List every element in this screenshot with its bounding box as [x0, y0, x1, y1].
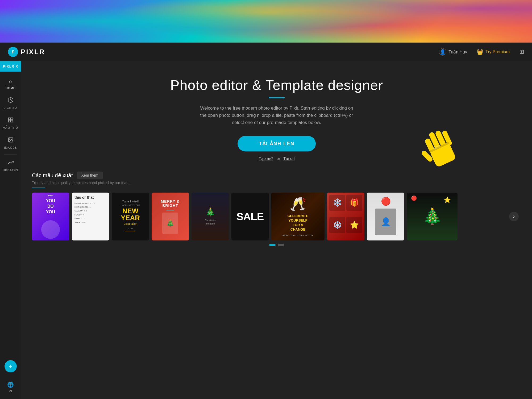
templates-title: Các mẫu đề xuất: [32, 172, 73, 178]
svg-point-1: [13, 51, 14, 52]
updates-icon: [8, 160, 14, 167]
sidebar-item-images[interactable]: IMAGES: [0, 133, 21, 153]
upload-button[interactable]: TẢI ẢNH LÊN: [238, 136, 316, 151]
sidebar: PIXLR X ⌂ HOME LỊCH SỬ MẪU THỬ: [0, 61, 21, 399]
sidebar-updates-label: UPDATES: [3, 169, 18, 172]
sidebar-home-label: HOME: [6, 86, 15, 90]
content-area: Photo editor & Template designer Welcome…: [21, 61, 532, 399]
user-avatar-icon: 👤: [439, 48, 446, 56]
templates-section: Các mẫu đề xuất Xem thêm Trendy and high…: [21, 172, 532, 246]
history-icon: [8, 97, 14, 105]
sidebar-item-templates[interactable]: MẪU THỬ: [0, 113, 21, 133]
pagination-dots: [32, 244, 521, 246]
logo-icon: [8, 47, 18, 57]
globe-icon: 🌐: [7, 381, 14, 388]
pagination-dot-1[interactable]: [269, 244, 276, 246]
hero-section: Photo editor & Template designer Welcome…: [21, 61, 532, 172]
top-banner: [0, 0, 532, 43]
user-name-label: Tuấn Huy: [448, 49, 467, 55]
sidebar-item-updates[interactable]: UPDATES: [0, 156, 21, 176]
navbar-right: 👤 Tuấn Huy 👑 Try Premium ⊞: [439, 47, 524, 57]
template-card-9[interactable]: 🔴 👤: [367, 193, 404, 240]
images-icon: [8, 137, 14, 144]
template-card-7[interactable]: 🥂 CELEBRATEYOURSELFFOR ACHANGE NEW YEAR …: [271, 193, 325, 240]
sidebar-images-label: IMAGES: [4, 146, 17, 149]
template-card-4[interactable]: MERRY & BRIGHT 🎄: [152, 193, 189, 240]
pixlr-logo: PIXLR: [8, 47, 45, 57]
see-more-button[interactable]: Xem thêm: [77, 172, 103, 179]
svg-rect-5: [8, 120, 10, 122]
template-card-1[interactable]: THIS YOUDOYOU: [32, 193, 69, 240]
svg-point-8: [9, 139, 10, 139]
template-card-8[interactable]: ❄️ 🎁 ❄️ ⭐: [327, 193, 364, 240]
crown-icon: 👑: [477, 49, 483, 55]
try-premium-label: Try Premium: [485, 49, 510, 54]
template-card-3[interactable]: You're Invited! HAPPY NEW YEAR NEWYEAR C…: [112, 193, 149, 240]
lang-item[interactable]: 🌐 VI: [0, 378, 21, 396]
action-links: Tạo mới or Tải url: [32, 156, 521, 161]
svg-rect-4: [11, 118, 13, 120]
template-card-5[interactable]: 🎄 Christmastemplate: [192, 193, 229, 240]
home-icon: ⌂: [9, 78, 12, 85]
templates-underline: [32, 188, 45, 188]
navbar: PIXLR 👤 Tuấn Huy 👑 Try Premium ⊞: [0, 43, 532, 61]
url-link[interactable]: Tải url: [283, 156, 294, 161]
grid-icon[interactable]: ⊞: [519, 48, 524, 55]
hero-title-underline: [269, 97, 285, 98]
template-card-2[interactable]: this or that FASHION STYLE ○ ○ HAIR COLO…: [72, 193, 109, 240]
main-layout: PIXLR X ⌂ HOME LỊCH SỬ MẪU THỬ: [0, 61, 532, 399]
templates-grid: THIS YOUDOYOU this or that FASHION STYLE…: [32, 193, 521, 240]
sidebar-item-history[interactable]: LỊCH SỬ: [0, 93, 21, 113]
sidebar-divider: [4, 154, 17, 155]
hero-title: Photo editor & Template designer: [32, 77, 521, 93]
create-link[interactable]: Tạo mới: [259, 156, 273, 161]
hero-subtitle: Welcome to the free modern photo editor …: [197, 105, 356, 126]
sidebar-history-label: LỊCH SỬ: [4, 106, 17, 110]
template-card-10[interactable]: 🎄 ⭐ 🔴: [407, 193, 458, 240]
sidebar-item-home[interactable]: ⌂ HOME: [0, 74, 21, 93]
try-premium-button[interactable]: 👑 Try Premium: [473, 47, 513, 57]
templates-carousel-wrapper: THIS YOUDOYOU this or that FASHION STYLE…: [32, 193, 521, 240]
user-info[interactable]: 👤 Tuấn Huy: [439, 48, 467, 56]
carousel-next-button[interactable]: ›: [509, 212, 519, 221]
template-card-6[interactable]: SALE: [231, 193, 269, 240]
svg-rect-3: [8, 118, 10, 120]
templates-header: Các mẫu đề xuất Xem thêm: [32, 172, 521, 179]
svg-rect-6: [11, 120, 13, 122]
add-button[interactable]: +: [5, 360, 17, 372]
pagination-dot-2[interactable]: [278, 244, 284, 246]
action-or: or: [277, 156, 280, 161]
templates-icon: [8, 117, 14, 124]
sidebar-templates-label: MẪU THỬ: [3, 126, 18, 130]
lang-label: VI: [9, 389, 12, 393]
templates-subtitle: Trendy and high quality templates hand p…: [32, 181, 521, 185]
logo-text: PIXLR: [21, 48, 45, 56]
navbar-left: PIXLR: [8, 47, 45, 57]
pixlr-x-tab[interactable]: PIXLR X: [0, 61, 21, 72]
